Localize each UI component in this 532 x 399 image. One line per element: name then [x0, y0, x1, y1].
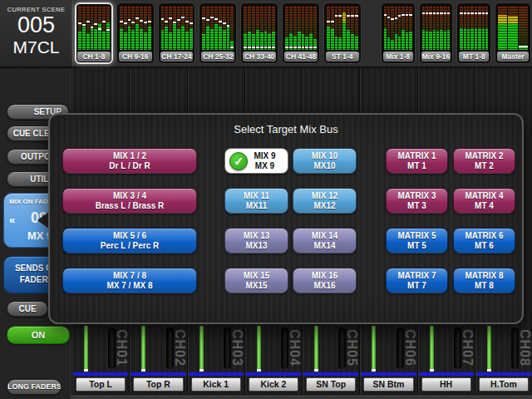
mix-bus-button[interactable]: MATRIX 1MT 1: [386, 148, 448, 174]
fader-position-mark: [128, 19, 131, 21]
meter-bars: [77, 5, 111, 50]
channel-name-plate[interactable]: Top R: [133, 377, 183, 392]
collapse-chevron-icon[interactable]: «: [9, 214, 15, 226]
bottom-band: [71, 394, 532, 399]
level-meter: [464, 6, 466, 50]
bus-button-label: MATRIX 4: [454, 191, 515, 201]
meter-lit-segment: [91, 26, 94, 50]
mix-bus-button[interactable]: MATRIX 5MT 5: [386, 228, 448, 254]
meter-lit-segment: [327, 27, 330, 50]
mix-bus-button[interactable]: ✓MIX 9MX 9: [224, 148, 288, 174]
level-meter: [78, 6, 81, 50]
mix-bus-button[interactable]: MIX 1 / 2Dr L / Dr R: [62, 148, 197, 174]
dialog-title: Select Target Mix Bus: [50, 123, 522, 135]
meter-block[interactable]: ST 1-4: [323, 2, 362, 64]
level-meter: [467, 6, 470, 50]
channel-name-plate[interactable]: H.Tom: [479, 377, 529, 392]
fader-position-mark: [82, 24, 86, 26]
meter-block[interactable]: Master: [495, 2, 531, 64]
bus-button-label: MIX 5 / 6: [63, 231, 196, 241]
channel-color-bar: [189, 372, 244, 376]
channel-name-plate[interactable]: SN Btm: [363, 377, 413, 392]
fader-position-mark: [302, 47, 305, 48]
meter-block-label: CH 17-24: [160, 52, 194, 62]
on-button[interactable]: ON: [7, 326, 70, 344]
meter-block-label: Master: [497, 52, 529, 62]
meter-block[interactable]: CH 33-40: [240, 2, 278, 64]
meter-lit-segment: [426, 31, 428, 50]
fader-position-mark: [98, 28, 101, 30]
fader-position-mark: [230, 47, 234, 48]
channel-name-plate[interactable]: Top L: [76, 377, 126, 392]
fader-position-mark: [219, 21, 222, 22]
level-meter: [508, 6, 517, 50]
fader-position-mark: [470, 12, 473, 14]
channel-name-plate[interactable]: Kick 1: [191, 377, 241, 392]
mix-bus-button[interactable]: MIX 3 / 4Brass L / Brass R: [62, 188, 197, 214]
bus-button-label: MATRIX 2: [454, 151, 515, 161]
channel-name-plate[interactable]: Kick 2: [249, 377, 298, 392]
level-meter: [252, 6, 255, 50]
meter-block[interactable]: Mix 1-8: [381, 2, 416, 64]
meter-block[interactable]: CH 9-16: [116, 2, 155, 64]
level-meter: [82, 6, 86, 50]
mix-bus-button[interactable]: MATRIX 6MT 6: [453, 228, 515, 254]
mix-bus-button[interactable]: MATRIX 7MT 7: [386, 268, 448, 293]
channel-id-label: CH08: [517, 329, 532, 372]
bus-button-label: MIX 14: [293, 231, 356, 241]
level-meter: [433, 6, 436, 50]
level-meter: [401, 6, 404, 50]
meter-block[interactable]: CH 1-8: [75, 2, 113, 64]
mix-bus-button[interactable]: MIX 15MX15: [224, 268, 288, 293]
current-scene-panel[interactable]: CURRENT SCENE 005 M7CL: [0, 0, 73, 66]
mix-bus-button[interactable]: MIX 10MX10: [293, 148, 357, 174]
channel-name-plate[interactable]: HH: [421, 377, 471, 392]
mix-bus-button[interactable]: MATRIX 8MT 8: [453, 268, 515, 293]
fader-position-mark: [165, 21, 168, 22]
meter-lit-segment: [131, 30, 135, 50]
mix-bus-button[interactable]: MIX 7 / 8MX 7 / MX 8: [62, 268, 197, 293]
bus-button-sublabel: Perc L / Perc R: [63, 241, 196, 251]
channel-name-plate[interactable]: SN Top: [306, 377, 356, 392]
bus-button-label: MATRIX 8: [454, 271, 515, 281]
level-meter: [135, 6, 139, 50]
mix-bus-button[interactable]: MIX 14MX14: [293, 228, 357, 254]
meter-bars: [201, 5, 234, 50]
long-faders-button[interactable]: LONG FADERS: [7, 379, 62, 395]
mix-bus-button[interactable]: MIX 11MX11: [224, 188, 288, 214]
meter-peak-segment: [508, 16, 517, 24]
fader-position-mark: [260, 47, 264, 48]
level-meter: [335, 6, 338, 50]
level-meter: [272, 6, 275, 50]
bus-button-sublabel: MX 7 / MX 8: [63, 281, 196, 291]
cue-button[interactable]: CUE: [7, 301, 48, 317]
meter-lit-segment: [519, 47, 528, 50]
meter-block[interactable]: CH 25-32: [199, 2, 237, 64]
mix-bus-button[interactable]: MIX 16MX16: [293, 268, 357, 293]
meter-block[interactable]: CH 17-24: [158, 2, 196, 64]
level-meter: [440, 6, 442, 50]
meter-block[interactable]: Mix 9-16: [419, 2, 454, 64]
mix-bus-button[interactable]: MIX 12MX12: [293, 188, 357, 214]
meter-lit-segment: [106, 22, 110, 50]
bus-button-sublabel: Dr L / Dr R: [63, 161, 196, 171]
meter-lit-segment: [331, 28, 334, 51]
channel-id-label: CH05: [344, 329, 359, 372]
meter-lit-segment: [223, 30, 226, 50]
meter-bars: [326, 5, 359, 50]
fader-position-mark: [173, 22, 176, 23]
bus-button-label: MIX 10: [293, 151, 356, 161]
meter-bottom-tip: [200, 369, 204, 372]
fader-position-mark: [395, 17, 397, 19]
meter-block[interactable]: MT 1-8: [456, 2, 491, 64]
bus-button-sublabel: MT 5: [387, 241, 447, 251]
mix-bus-button[interactable]: MIX 5 / 6Perc L / Perc R: [62, 228, 197, 254]
level-meter: [444, 6, 446, 50]
mix-bus-button[interactable]: MATRIX 3MT 3: [386, 188, 448, 214]
meter-lit-segment: [470, 28, 473, 51]
mix-bus-button[interactable]: MATRIX 4MT 4: [453, 188, 515, 214]
mix-bus-button[interactable]: MATRIX 2MT 2: [453, 148, 515, 174]
mix-bus-button[interactable]: MIX 13MX13: [224, 228, 288, 254]
level-meter: [293, 6, 297, 50]
meter-block[interactable]: CH 41-48: [282, 2, 320, 64]
